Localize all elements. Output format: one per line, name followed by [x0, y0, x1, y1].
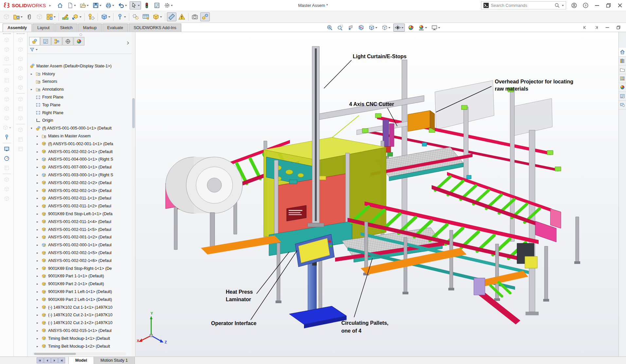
dropdown-caret-icon[interactable] — [9, 127, 11, 129]
tree-item[interactable]: Master Assem (Default<Display State-1>) — [27, 62, 132, 70]
expand-arrow-icon[interactable]: ▸ — [36, 337, 42, 340]
show-hidden-components-icon[interactable] — [115, 12, 127, 21]
expand-arrow-icon[interactable]: ▸ — [36, 329, 42, 332]
expand-arrow-icon[interactable]: ▸ — [36, 158, 42, 161]
tree-item[interactable]: ▸ANSYS-001-007-000-1<1> (Defaul — [27, 163, 132, 171]
expand-arrow-icon[interactable]: ▸ — [36, 197, 42, 200]
expand-arrow-icon[interactable]: ▸ — [36, 243, 42, 247]
configurationmanager-tab-icon[interactable] — [51, 37, 62, 45]
expand-arrow-icon[interactable]: ▸ — [36, 313, 42, 317]
tree-item[interactable]: ▸Mates in Master Assem — [27, 132, 132, 140]
file-explorer-icon[interactable] — [619, 65, 626, 74]
solidworks-forum-icon[interactable] — [619, 101, 626, 110]
expand-arrow-icon[interactable]: ▸ — [36, 345, 42, 348]
expand-arrow-icon[interactable]: ▸ — [36, 150, 42, 153]
expand-arrow-icon[interactable]: ▸ — [36, 165, 42, 169]
design-library-icon[interactable] — [619, 57, 626, 65]
gauge-tool-icon[interactable] — [3, 154, 11, 163]
tree-item[interactable]: ▸ANSYS-001-002-011-1<2> (Defaul — [27, 202, 132, 210]
displaymanager-tab-icon[interactable] — [74, 37, 84, 45]
tree-item[interactable]: ▸(-) 1497K102 Cut 2-1<1> (1497K10 — [27, 311, 132, 319]
tree-item[interactable]: ▸ANSYS-001-002-015-1<1> (Defaul — [27, 327, 132, 335]
account-icon[interactable] — [571, 3, 577, 8]
dropdown-caret-icon[interactable] — [74, 5, 76, 6]
dropdown-caret-icon[interactable] — [171, 5, 173, 6]
tree-item[interactable]: ▸ANSYS-001-004-000-1<1> (Right S — [27, 156, 132, 164]
component-pattern-icon[interactable] — [45, 12, 57, 21]
tree-item[interactable]: ▸9001K69 End Stop-Right-1<1> (De — [27, 265, 132, 272]
mate-icon[interactable] — [25, 12, 34, 21]
dropdown-caret-icon[interactable] — [54, 16, 56, 18]
expand-panel-icon[interactable] — [125, 41, 130, 45]
search-commands-box[interactable] — [481, 1, 566, 9]
tree-item[interactable]: Front Plane — [27, 93, 132, 101]
save-icon[interactable] — [91, 1, 103, 9]
display-style-icon[interactable] — [380, 24, 392, 32]
tree-item[interactable]: ▸Timing Belt Mockup-1<2> (Default — [27, 342, 132, 350]
panel-splitter-handle[interactable] — [27, 32, 132, 36]
tree-item[interactable]: ▸History — [27, 70, 132, 78]
expand-arrow-icon[interactable]: ▸ — [36, 259, 42, 262]
tree-item[interactable]: ▸ANSYS-001-002-011-1<5> (Defaul — [27, 226, 132, 234]
tree-item[interactable]: ▸Timing Belt Mockup-1<1> (Default — [27, 335, 132, 342]
expand-arrow-icon[interactable]: ▸ — [36, 321, 42, 324]
expand-arrow-icon[interactable]: ▸ — [36, 204, 42, 208]
open-icon[interactable] — [79, 1, 90, 9]
tree-item[interactable]: Right Plane — [27, 109, 132, 117]
tree-item[interactable]: ▸(-) 1497K102 Cut 1-1<1> (1497K10 — [27, 303, 132, 311]
dropdown-caret-icon[interactable] — [87, 5, 89, 6]
tab-motion-study-1[interactable]: Motion Study 1 — [94, 357, 134, 364]
view-orientation-icon[interactable] — [367, 24, 379, 32]
expand-arrow-icon[interactable]: ▸ — [36, 306, 42, 309]
tree-item[interactable]: ▸ANSYS-001-002-000-1<1> (Defaul — [27, 241, 132, 249]
dropdown-caret-icon[interactable] — [21, 16, 23, 18]
expand-arrow-icon[interactable]: ▸ — [36, 220, 42, 223]
search-caret-icon[interactable] — [562, 5, 564, 6]
tree-item[interactable]: ▸ANSYS-001-002-001-1<2> (Defaul — [27, 234, 132, 241]
measure-icon[interactable] — [167, 12, 176, 21]
graphics-area[interactable]: Light Curtain/E-Stops Overhead Projector… — [135, 32, 618, 356]
search-input[interactable] — [491, 3, 552, 8]
expand-arrow-icon[interactable]: ▸ — [36, 228, 42, 231]
tree-item[interactable]: ▸9001K69 Part 1 Left-1<1> (Default) — [27, 288, 132, 296]
expand-arrow-icon[interactable]: ▸ — [36, 290, 42, 293]
commandmanager-tab-layout[interactable]: Layout — [32, 24, 55, 32]
tree-item[interactable]: ▸ANSYS-001-003-000-1<1> (Right S — [27, 171, 132, 179]
dropdown-caret-icon[interactable] — [388, 27, 390, 28]
edit-appearance-icon[interactable] — [406, 24, 415, 32]
toolbar-drag-handle[interactable] — [3, 33, 11, 34]
expand-arrow-icon[interactable]: ▸ — [36, 189, 42, 192]
tree-item[interactable]: ▸ANSYS-001-002-011-1<1> (Defaul — [27, 195, 132, 202]
previous-tab-icon[interactable] — [44, 357, 51, 363]
view-settings-icon[interactable] — [430, 24, 441, 32]
tree-item[interactable]: ▸ANSYS-001-002-011-1<4> (Defaul — [27, 218, 132, 226]
previous-view-icon[interactable] — [346, 24, 355, 32]
expand-arrow-icon[interactable]: ▸ — [36, 251, 42, 254]
undo-icon[interactable] — [117, 1, 128, 9]
expand-arrow-icon[interactable]: ▸ — [36, 181, 42, 184]
featuremanager-tab-icon[interactable] — [29, 37, 40, 45]
custom-properties-icon[interactable] — [619, 92, 626, 101]
expand-arrow-icon[interactable]: ▸ — [30, 88, 36, 91]
next-tab-icon[interactable] — [51, 357, 58, 363]
dropdown-caret-icon[interactable] — [99, 5, 101, 6]
tree-item[interactable]: ▸9001K69 Part 1-1<1> (Default) — [27, 272, 132, 280]
tab-model[interactable]: Model — [68, 357, 94, 364]
expand-arrow-icon[interactable]: ▸ — [36, 134, 42, 138]
expand-arrow-icon[interactable]: ▸ — [36, 212, 42, 216]
tree-item[interactable]: ▸ANSYS-001-002-002-1<1> (Default — [27, 148, 132, 156]
print-icon[interactable] — [104, 1, 116, 9]
first-tab-icon[interactable] — [37, 357, 44, 363]
file-properties-icon[interactable] — [152, 1, 161, 9]
exploded-view-icon[interactable] — [200, 12, 210, 21]
tree-item[interactable]: ▸9001K69 End Stop-Left-1<1> (Defa — [27, 210, 132, 218]
scrollbar-thumb[interactable] — [132, 98, 135, 128]
tree-item[interactable]: Sensors — [27, 78, 132, 86]
tree-item[interactable]: ▸9001K69 Part 2-1<1> (Default) — [27, 280, 132, 288]
close-icon[interactable] — [617, 3, 623, 8]
dropdown-caret-icon[interactable] — [125, 5, 127, 6]
collapse-pane-left-icon[interactable] — [581, 24, 589, 31]
expand-arrow-icon[interactable]: ▸ — [36, 298, 42, 301]
expand-arrow-icon[interactable]: ▸ — [36, 274, 42, 278]
restore-icon[interactable] — [606, 3, 611, 8]
